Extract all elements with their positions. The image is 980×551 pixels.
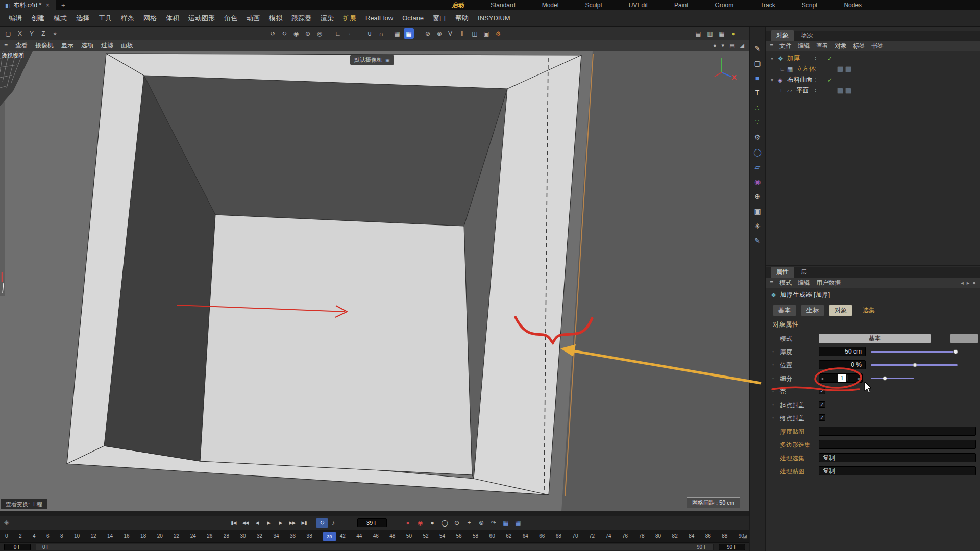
object-manager-menu-item[interactable]: 文件 <box>779 42 792 51</box>
hamburger-icon[interactable]: ≡ <box>770 279 773 286</box>
points-tool-icon[interactable]: ∴ <box>750 100 765 115</box>
anim-dot-icon[interactable]: ◦ <box>772 389 774 394</box>
attribute-manager-menu-item[interactable]: 用户数据 <box>816 279 841 287</box>
live-selection-icon[interactable]: ◉ <box>291 28 301 39</box>
object-tree-item[interactable]: ▾ ❖ 加厚 ∶ ✓ <box>766 53 980 64</box>
menu-item[interactable]: 扩展 <box>338 12 361 25</box>
spin-right-icon[interactable]: ▸ <box>858 375 861 381</box>
viewport-maximize-icon[interactable]: ◢ <box>740 42 744 49</box>
circle-tool-icon[interactable]: ◯ <box>750 144 765 159</box>
mode-dropdown[interactable]: 基本 <box>819 334 931 343</box>
render-view-icon[interactable]: ◫ <box>470 28 480 39</box>
object-manager-tab[interactable]: 场次 <box>795 30 819 41</box>
camera-label[interactable]: 默认摄像机 ▣ <box>350 55 394 65</box>
move-tool-icon[interactable]: ⊕ <box>303 28 313 39</box>
attribute-section-tab[interactable]: 选集 <box>857 305 880 316</box>
thickness-field[interactable]: 50 cm <box>819 347 866 356</box>
render-picture-viewer-icon[interactable]: ▣ <box>481 28 492 39</box>
menu-item[interactable]: 运动图形 <box>184 12 219 25</box>
keyframe-ring-button[interactable]: ◯ <box>440 518 449 528</box>
modeling-axis-icon[interactable]: · <box>345 28 355 39</box>
viewport-menu-item[interactable]: 查看 <box>15 41 28 50</box>
view-undo-icon[interactable]: ↺ <box>267 28 278 39</box>
visibility-dots-icon[interactable]: ∶ <box>815 76 816 84</box>
menu-item[interactable]: 窗口 <box>428 12 451 25</box>
layout-tab[interactable]: Script <box>802 2 818 9</box>
cluster-tool-icon[interactable]: ∵ <box>750 115 765 130</box>
process-selection-field[interactable]: 复制 <box>819 453 976 462</box>
pla-button[interactable]: ▦ <box>501 518 510 528</box>
viewport-dot-icon[interactable]: ● <box>713 42 717 49</box>
object-manager-tab[interactable]: 对象 <box>771 30 794 41</box>
key-param-button[interactable]: ↷ <box>489 518 498 528</box>
enable-check-icon[interactable]: ✓ <box>827 55 832 62</box>
object-tree-item[interactable]: ▾ ◈ 布料曲面 ∶ ✓ <box>766 74 980 85</box>
menu-item[interactable]: 创建 <box>27 12 49 25</box>
menu-item[interactable]: INSYDIUM <box>473 12 515 24</box>
view-redo-icon[interactable]: ↻ <box>279 28 289 39</box>
layout-tab[interactable]: Groom <box>715 2 733 9</box>
object-label[interactable]: 加厚 <box>787 54 800 63</box>
enable-check-icon[interactable]: ✓ <box>827 77 832 84</box>
keyframe-target-button[interactable]: ⊙ <box>452 518 461 528</box>
axis-band-icon[interactable]: ⊜ <box>434 28 445 39</box>
menu-item[interactable]: 帮助 <box>451 12 473 25</box>
subdivision-slider[interactable] <box>871 378 914 379</box>
sphere-tool-icon[interactable]: ◉ <box>750 174 765 189</box>
layout-tab[interactable]: Model <box>542 2 559 9</box>
end-cap-checkbox[interactable]: ✓ <box>819 414 825 421</box>
close-tab-icon[interactable]: × <box>44 2 51 9</box>
object-tags[interactable] <box>837 88 851 94</box>
menu-item[interactable]: RealFlow <box>361 12 398 24</box>
object-label[interactable]: 布料曲面 <box>787 76 813 84</box>
attribute-section-tab[interactable]: 基本 <box>773 305 796 316</box>
range-end-field[interactable]: 90 F <box>719 544 745 550</box>
viewport-menu-item[interactable]: 摄像机 <box>35 41 54 50</box>
attribute-section-tab[interactable]: 坐标 <box>801 305 824 316</box>
history-back-icon[interactable]: ◂ <box>961 280 964 286</box>
key-rotation-button[interactable]: ⊚ <box>477 518 486 528</box>
thickness-slider[interactable] <box>871 351 958 353</box>
spin-left-icon[interactable]: ◂ <box>821 375 823 381</box>
object-manager-menu-item[interactable]: 查看 <box>816 42 828 51</box>
menu-item[interactable]: 角色 <box>219 12 242 25</box>
menu-item[interactable]: 动画 <box>242 12 264 25</box>
menu-item[interactable]: 编辑 <box>4 12 27 25</box>
layout-tab[interactable]: 启动 <box>452 1 464 10</box>
position-field[interactable]: 0 % <box>819 360 866 369</box>
playhead[interactable]: 39 <box>323 532 336 541</box>
panel-divider[interactable] <box>766 265 980 266</box>
visibility-dots-icon[interactable]: ∶ <box>815 87 816 94</box>
autokey-button[interactable]: ◉ <box>415 518 425 528</box>
hamburger-icon[interactable]: ≡ <box>4 42 8 49</box>
layout-tab[interactable]: Standard <box>491 2 516 9</box>
anim-dot-icon[interactable]: ◦ <box>772 375 774 381</box>
viewport-menu-item[interactable]: 面板 <box>121 41 133 50</box>
shell-checkbox[interactable]: ✓ <box>819 388 825 394</box>
polygon-selection-field[interactable] <box>819 440 976 449</box>
ruler-resize-icon[interactable]: ◢ <box>743 533 747 539</box>
gear-tool-icon[interactable]: ⚙ <box>750 130 765 144</box>
edit-tool-icon[interactable]: ✎ <box>750 233 765 248</box>
menu-item[interactable]: 模拟 <box>264 12 287 25</box>
record-button[interactable]: ● <box>403 518 412 528</box>
menu-item[interactable]: 选择 <box>71 12 94 25</box>
goto-end-button[interactable]: ▶▮ <box>299 518 309 528</box>
attribute-manager-tab[interactable]: 属性 <box>771 267 794 278</box>
layout-tab[interactable]: Nodes <box>844 2 862 9</box>
object-manager-menu-item[interactable]: 对象 <box>835 42 847 51</box>
viewport-menu-item[interactable]: 显示 <box>61 41 74 50</box>
layout-tab[interactable]: UVEdit <box>629 2 648 9</box>
viewport-menu-arrow-icon[interactable]: ▾ <box>722 42 725 49</box>
grid-snap-active-icon[interactable]: ▦ <box>404 28 414 39</box>
cube-tool-icon[interactable]: ■ <box>750 70 765 85</box>
globe-tool-icon[interactable]: ⊕ <box>750 189 765 204</box>
layout-grid-icon[interactable]: ▦ <box>717 28 727 39</box>
anim-dot-icon[interactable]: ◦ <box>772 349 774 354</box>
menu-item[interactable]: 渲染 <box>316 12 338 25</box>
visibility-dots-icon[interactable]: ∶ <box>815 55 816 62</box>
menu-item[interactable]: 模式 <box>49 12 71 25</box>
next-frame-button[interactable]: ▶ <box>275 518 286 528</box>
next-key-button[interactable]: ▶▶ <box>287 518 298 528</box>
sound-toggle-icon[interactable]: ♪ <box>332 519 335 527</box>
